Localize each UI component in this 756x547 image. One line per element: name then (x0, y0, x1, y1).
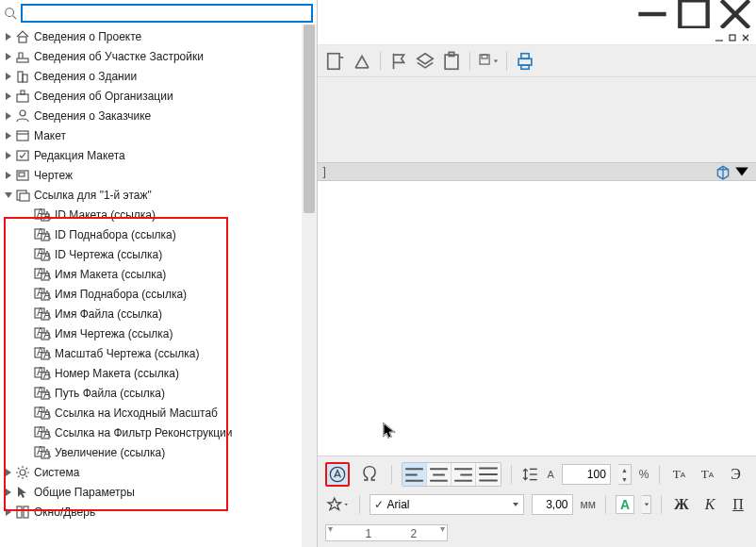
autotext-insert-button[interactable] (325, 462, 350, 487)
sub-minimize-icon[interactable] (715, 32, 724, 41)
chevron-right-icon[interactable] (4, 151, 13, 160)
chevron-right-icon[interactable] (4, 52, 13, 61)
flag-icon[interactable] (388, 51, 409, 72)
tree-item-reference-1floor[interactable]: Ссылка для "1-й этаж" (0, 185, 317, 205)
chevron-right-icon[interactable] (4, 171, 13, 180)
autotext-ref-icon: AA (34, 307, 51, 322)
svg-rect-92 (327, 53, 338, 69)
align-center-button[interactable] (427, 463, 452, 486)
chevron-right-icon[interactable] (4, 91, 13, 101)
view-3d-icon[interactable] (715, 164, 731, 179)
toolbar-separator (506, 52, 507, 71)
tree-item-layout-revision[interactable]: Редакция Макета (0, 145, 317, 165)
tree-subitem[interactable]: AAСсылка на Фильтр Реконструкции (0, 423, 317, 442)
tree-label: Сведения об Участке Застройки (34, 50, 204, 63)
font-size-input[interactable] (532, 494, 573, 515)
autotext-ref-icon: AA (34, 346, 51, 361)
chevron-right-icon[interactable] (4, 507, 13, 517)
tree-item-org-info[interactable]: Сведения об Организации (0, 86, 317, 106)
tool-icon-2[interactable] (352, 51, 372, 72)
chevron-right-icon[interactable] (4, 72, 13, 81)
align-right-button[interactable] (452, 463, 476, 486)
tree-subitem[interactable]: AAИмя Чертежа (ссылка) (0, 323, 317, 343)
underline-button[interactable]: П (728, 494, 748, 515)
superscript-button[interactable]: TA (669, 464, 690, 485)
tree-subitem[interactable]: AAНомер Макета (ссылка) (0, 363, 317, 383)
ruler-marker-left[interactable]: ▾ (328, 523, 333, 534)
ruler-marker-right[interactable]: ▾ (440, 523, 445, 534)
tree-scrollbar[interactable] (302, 25, 317, 547)
tree-item-layout[interactable]: Макет (0, 125, 317, 145)
tree-label: Путь Файла (ссылка) (55, 387, 165, 400)
tree-subitem[interactable]: AAID Чертежа (ссылка) (0, 244, 317, 264)
tree-subitem[interactable]: AAМасштаб Чертежа (ссылка) (0, 343, 317, 363)
tree-item-project-info[interactable]: Сведения о Проекте (0, 26, 317, 46)
tree-item-site-info[interactable]: Сведения об Участке Застройки (0, 46, 317, 66)
clipboard-icon[interactable] (441, 51, 462, 72)
color-dropdown[interactable] (642, 495, 651, 514)
ruler-tick-1: 1 (366, 527, 372, 540)
print-icon[interactable] (515, 51, 535, 72)
tree-subitem[interactable]: AAID Макета (ссылка). (0, 205, 317, 224)
svg-marker-81 (6, 508, 11, 516)
tree-item-drawing[interactable]: Чертеж (0, 165, 317, 185)
save-dropdown-icon[interactable] (478, 51, 499, 72)
symbol-omega-button[interactable] (357, 462, 382, 487)
scrollbar-thumb[interactable] (304, 25, 315, 213)
tree-subitem[interactable]: AAПуть Файла (ссылка) (0, 383, 317, 403)
search-icon (4, 7, 17, 20)
chevron-right-icon[interactable] (4, 468, 13, 477)
canvas[interactable] (318, 181, 757, 456)
strikethrough-button[interactable]: Э (726, 464, 747, 485)
tree-item-client-info[interactable]: Сведения о Заказчике (0, 106, 317, 125)
tree-subitem[interactable]: AAИмя Файла (ссылка) (0, 304, 317, 323)
tree-item-general-params[interactable]: Общие Параметры (0, 482, 317, 502)
text-ruler[interactable]: ▾ 1 2 ▾ (325, 524, 448, 541)
italic-button[interactable]: К (699, 494, 720, 515)
svg-marker-96 (417, 53, 433, 63)
house-icon (15, 29, 30, 44)
tool-icon-1[interactable] (325, 51, 346, 72)
tree-item-system[interactable]: Система (0, 462, 317, 482)
tree-subitem[interactable]: AAСсылка на Исходный Масштаб (0, 403, 317, 423)
chevron-down-icon[interactable] (4, 191, 13, 200)
svg-marker-80 (18, 487, 26, 498)
bold-button[interactable]: Ж (671, 494, 692, 515)
view-dropdown-icon[interactable] (733, 164, 750, 179)
chevron-right-icon[interactable] (4, 488, 13, 497)
chevron-right-icon[interactable] (4, 131, 13, 141)
maximize-button[interactable] (673, 1, 715, 27)
tree-label: Имя Файла (ссылка) (55, 307, 162, 321)
subscript-button[interactable]: TA (698, 464, 718, 485)
favorite-star-button[interactable] (325, 492, 350, 517)
minimize-button[interactable] (632, 1, 673, 27)
scale-spinner[interactable]: ▲▼ (618, 464, 632, 485)
tree-subitem[interactable]: AAУвеличение (ссылка) (0, 442, 317, 462)
svg-marker-77 (6, 469, 11, 476)
sub-close-icon[interactable] (741, 32, 750, 41)
tree-item-building-info[interactable]: Сведения о Здании (0, 66, 317, 86)
chevron-right-icon[interactable] (4, 111, 13, 121)
text-color-swatch[interactable]: A (616, 495, 634, 514)
person-icon (15, 108, 30, 124)
autotext-ref-icon: AA (34, 326, 51, 341)
tree-subitem[interactable]: AAID Поднабора (ссылка) (0, 224, 317, 244)
sub-restore-icon[interactable] (728, 32, 737, 41)
tree-subitem[interactable]: AAИмя Поднабора (ссылка) (0, 284, 317, 304)
layers-icon[interactable] (415, 51, 436, 72)
tree-label: Сведения о Здании (34, 70, 137, 83)
scale-input[interactable] (562, 464, 611, 485)
close-button[interactable] (715, 1, 756, 27)
tree-item-window-door[interactable]: Окно/Дверь (0, 502, 317, 522)
font-select[interactable]: ✓Arial (370, 494, 524, 515)
tree-subitem[interactable]: AAИмя Макета (ссылка) (0, 264, 317, 284)
align-left-button[interactable] (403, 463, 427, 486)
tree-label: Ссылка на Исходный Масштаб (55, 406, 218, 420)
svg-rect-5 (17, 58, 28, 62)
align-justify-button[interactable] (476, 463, 501, 486)
chevron-right-icon[interactable] (4, 32, 13, 41)
tab-stub[interactable]: ] (323, 165, 326, 178)
text-align-group (402, 462, 501, 487)
autotext-tree[interactable]: Сведения о Проекте Сведения об Участке З… (0, 25, 317, 547)
search-input[interactable] (21, 4, 313, 23)
